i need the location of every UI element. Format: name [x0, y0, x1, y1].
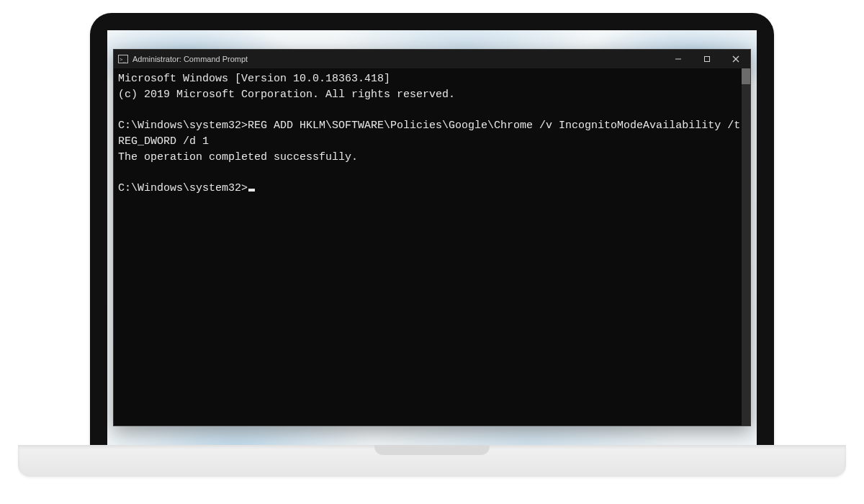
svg-text:>_: >_	[120, 57, 126, 63]
maximize-button[interactable]	[693, 50, 721, 68]
laptop-bezel: >_ Administrator: Command Prompt	[90, 13, 774, 445]
close-button[interactable]	[721, 50, 750, 68]
window-titlebar[interactable]: >_ Administrator: Command Prompt	[114, 50, 750, 68]
laptop-notch	[374, 445, 490, 455]
terminal-prompt: C:\Windows\system32>	[118, 182, 248, 194]
svg-rect-3	[705, 57, 710, 62]
vertical-scrollbar[interactable]	[742, 68, 750, 426]
command-prompt-window: >_ Administrator: Command Prompt	[113, 49, 751, 426]
terminal-cursor	[248, 189, 255, 192]
terminal-version-line: Microsoft Windows [Version 10.0.18363.41…	[118, 73, 390, 85]
cmd-app-icon: >_	[118, 55, 128, 63]
minimize-button[interactable]	[664, 50, 693, 68]
laptop-device: >_ Administrator: Command Prompt	[90, 13, 774, 477]
window-title: Administrator: Command Prompt	[132, 55, 248, 63]
terminal-result: The operation completed successfully.	[118, 151, 358, 163]
desktop-screen: >_ Administrator: Command Prompt	[107, 30, 757, 445]
scrollbar-thumb[interactable]	[742, 68, 750, 84]
terminal-copyright-line: (c) 2019 Microsoft Corporation. All righ…	[118, 89, 455, 101]
terminal-body[interactable]: Microsoft Windows [Version 10.0.18363.41…	[114, 68, 750, 426]
terminal-prompt: C:\Windows\system32>	[118, 120, 248, 132]
laptop-base	[18, 445, 846, 477]
